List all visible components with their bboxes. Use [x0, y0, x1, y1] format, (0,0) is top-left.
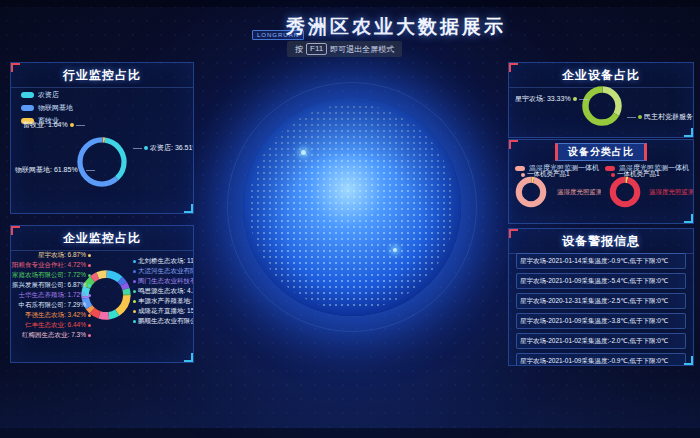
series-label: 鹏顺生态农业有限公司: 6.87%: [138, 317, 194, 326]
enterprise-label: 家庭农场有限公司: 7.72%: [13, 270, 91, 280]
enterprise-labels-left: 星宇农场: 6.87%红阳粮食专业合作社: 4.72%家庭农场有限公司: 7.7…: [13, 250, 91, 340]
series-dot: [88, 314, 91, 317]
series-label: 中石乐有限公司: 7.29%: [18, 301, 86, 310]
label-text: 温湿度光照监测一: [557, 188, 601, 197]
series-dot: [88, 274, 91, 277]
series-dot: [88, 254, 91, 257]
classification-header: 设备分类占比: [555, 143, 647, 161]
chart-label-iot-base: 物联网基地: 61.85%: [15, 165, 95, 175]
label-text: 农资店: 36.51%: [150, 143, 194, 153]
alarm-row: 星宇农场-2020-12-31采集温度:-2.5℃,低于下限:0℃: [516, 293, 686, 309]
globe-visualization: [243, 98, 461, 316]
series-label: 红阳粮食专业合作社: 4.72%: [10, 261, 86, 270]
legend-item[interactable]: 农资店: [21, 90, 73, 100]
series-label: 大运河生态农业有限责任公司: [138, 267, 194, 276]
series-label: 季强生态农场: 3.42%: [25, 311, 86, 320]
series-label: 士华生态养殖场: 1.72%: [18, 291, 86, 300]
enterprise-label: 北刘桥生态农场: 11.16%: [133, 256, 194, 266]
side-label-left: 温湿度光照监测一: [557, 188, 601, 197]
classification-donut-right[interactable]: [607, 174, 643, 210]
enterprise-label: 大运河生态农业有限责任公司: [133, 266, 194, 276]
alarm-row: 星宇农场-2021-01-14采集温度:-0.9℃,低于下限:0℃: [516, 253, 686, 269]
series-label: 北刘桥生态农场: 11.16%: [138, 257, 194, 266]
label-text: 星宇农场: 33.33%: [515, 94, 571, 104]
series-dot: [88, 264, 91, 267]
enterprise-label: 丰源水产养殖基地: 1.: [133, 296, 194, 306]
series-label: 鸣思源生态农场: 4.29: [138, 287, 194, 296]
series-label: 农资店: [38, 90, 59, 100]
toast-prefix: 按: [295, 44, 303, 55]
equipment-donut-chart[interactable]: [579, 83, 625, 129]
donut-segment[interactable]: [613, 180, 637, 204]
enterprise-label: 鸣思源生态农场: 4.29: [133, 286, 194, 296]
enterprise-label: 红梅园生态农业: 7.3%: [13, 330, 91, 340]
series-label: 振兴发展有限公司: 6.87%: [12, 281, 86, 290]
series-label: 陶门生态农业科技有限公司: [138, 277, 194, 286]
label-text: 畜牧业: 1.64%: [23, 120, 68, 130]
label-connector: [579, 99, 588, 100]
enterprise-label: 仁丰生态农业: 6.44%: [13, 320, 91, 330]
panel-industry-monitor: 行业监控占比 农资店物联网基地畜牧业 畜牧业: 1.64% 农资店: 36.51…: [10, 62, 194, 214]
series-dot: [88, 284, 91, 287]
floor-glow: [0, 358, 700, 438]
panel-title-industry: 行业监控占比: [11, 63, 193, 88]
chart-label-livestock: 畜牧业: 1.64%: [23, 120, 85, 130]
classification-donut-left[interactable]: [513, 174, 549, 210]
enterprise-label: 成隆花卉直播地: 15.02%: [133, 306, 194, 316]
series-label: 家庭农场有限公司: 7.72%: [12, 271, 86, 280]
enterprise-label: 鹏顺生态农业有限公司: 6.87%: [133, 316, 194, 326]
industry-donut-chart[interactable]: [73, 133, 131, 191]
globe-marker: [301, 150, 306, 155]
series-dot: [88, 304, 91, 307]
label-text: 物联网基地: 61.85%: [15, 165, 78, 175]
chart-label-agristore: 农资店: 36.51%: [133, 143, 194, 153]
series-dot: [21, 105, 34, 111]
series-dot: [133, 310, 136, 313]
series-dot: [133, 320, 136, 323]
enterprise-label: 红阳粮食专业合作社: 4.72%: [13, 260, 91, 270]
donut-segment[interactable]: [519, 180, 543, 204]
series-dot: [133, 290, 136, 293]
legend-item[interactable]: 物联网基地: [21, 103, 73, 113]
alarm-row: 星宇农场-2021-01-09采集温度:-5.4℃,低于下限:0℃: [516, 273, 686, 289]
label-text: 民主村党群服务中心:: [644, 112, 694, 122]
side-label-right: 温湿度光照监测一: [649, 188, 693, 197]
alarm-row: 星宇农场-2021-01-02采集温度:-2.0℃,低于下限:0℃: [516, 333, 686, 349]
panel-enterprise-monitor: 企业监控占比 星宇农场: 6.87%红阳粮食专业合作社: 4.72%家庭农场有限…: [10, 225, 194, 363]
series-label: 物联网基地: [38, 103, 73, 113]
series-dot: [133, 260, 136, 263]
series-label: 成隆花卉直播地: 15.02%: [138, 307, 194, 316]
enterprise-label: 中石乐有限公司: 7.29%: [13, 300, 91, 310]
label-connector: [86, 170, 95, 171]
label-text: 温湿度光照监测一: [649, 188, 693, 197]
series-label: 仁丰生态农业: 6.44%: [25, 321, 86, 330]
series-dot: [88, 334, 91, 337]
label-connector: [627, 117, 636, 118]
series-dot: [21, 92, 34, 98]
panel-device-classification: 设备分类占比 温湿度光照监测一体机 温湿度光照监测一体机 一体机类产品1 一体机…: [508, 139, 694, 224]
panel-title-enterprise: 企业监控占比: [11, 226, 193, 251]
fullscreen-toast: 按 F11 即可退出全屏模式: [287, 41, 402, 57]
label-connector: [76, 125, 85, 126]
f11-key-badge: F11: [306, 43, 327, 55]
series-dot: [88, 324, 91, 327]
label-dot: [70, 123, 74, 127]
enterprise-label: 陶门生态农业科技有限公司: [133, 276, 194, 286]
toast-suffix: 即可退出全屏模式: [330, 44, 394, 55]
label-dot: [638, 115, 642, 119]
label-dot: [80, 168, 84, 172]
top-edge-bar: [0, 0, 700, 7]
series-dot: [133, 270, 136, 273]
label-dot: [573, 97, 577, 101]
alarm-list: 星宇农场-2021-01-14采集温度:-0.9℃,低于下限:0℃星宇农场-20…: [509, 249, 693, 366]
globe-orbit-ring: [227, 82, 477, 332]
panel-device-alarms: 设备警报信息 星宇农场-2021-01-14采集温度:-0.9℃,低于下限:0℃…: [508, 228, 694, 366]
series-dot: [88, 294, 91, 297]
chart-label-xingyu-farm: 星宇农场: 33.33%: [515, 94, 588, 104]
label-connector: [133, 148, 142, 149]
series-dot: [133, 280, 136, 283]
enterprise-labels-right: 北刘桥生态农场: 11.16%大运河生态农业有限责任公司陶门生态农业科技有限公司…: [133, 256, 194, 326]
panel-equipment-ratio: 企业设备占比 星宇农场: 33.33% 民主村党群服务中心:: [508, 62, 694, 138]
enterprise-label: 士华生态养殖场: 1.72%: [13, 290, 91, 300]
alarm-row: 星宇农场-2021-01-09采集温度:-0.9℃,低于下限:0℃: [516, 353, 686, 366]
